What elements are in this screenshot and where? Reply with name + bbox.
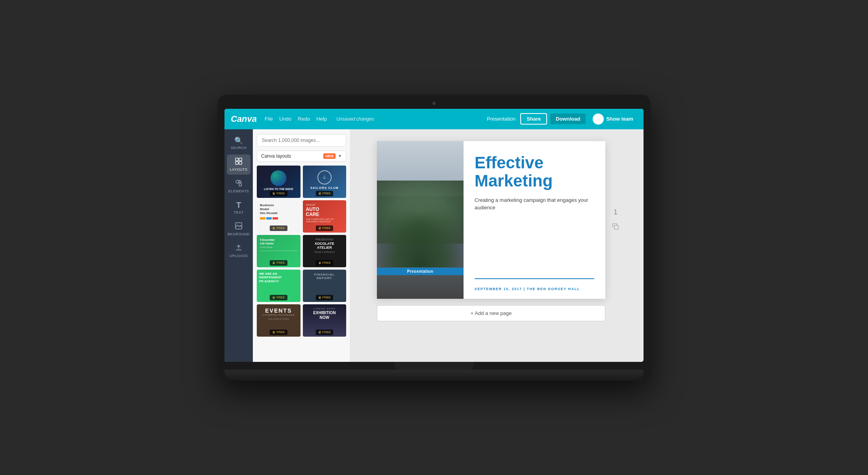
slide-content-top: Effective Marketing Creating a marketing… (475, 154, 594, 212)
presentation-label: Presentation (487, 116, 516, 122)
uploads-icon (235, 244, 242, 252)
nav-help[interactable]: Help (316, 116, 327, 122)
layout-filter-dropdown[interactable]: Canva layouts NEW ▼ (257, 151, 346, 162)
slide-footer-line (475, 278, 594, 279)
nav-menu: File Undo Redo Help Unsaved changes (265, 116, 374, 122)
slide-banner: Presentation (377, 268, 464, 275)
templates-grid: LISTEN TO THE WAVE ♛FREE ⚓ SAILORS CLUB (257, 166, 346, 337)
free-badge-1: ♛FREE (270, 191, 287, 196)
laptop-notch (395, 362, 473, 370)
free-badge-3: ♛FREE (270, 225, 287, 231)
sidebar-item-uploads[interactable]: UPLOADS (227, 241, 250, 261)
share-button[interactable]: Share (520, 113, 547, 125)
main-area: Presentation Effective Marketing Creatin… (351, 129, 644, 362)
layouts-icon (235, 158, 242, 166)
template-card-6[interactable]: PRESENTING XOCOLATEATELIER Artisan Confe… (303, 235, 347, 267)
free-badge-2: ♛FREE (316, 191, 333, 196)
free-badge-5: ♛FREE (270, 260, 287, 266)
sidebar-label-layouts: LAYOUTS (230, 168, 248, 171)
sidebar-item-search[interactable]: 🔍 SEARCH (227, 134, 250, 153)
nav-undo[interactable]: Undo (279, 116, 291, 122)
filter-label: Canva layouts (261, 153, 321, 159)
download-button[interactable]: Download (550, 114, 586, 124)
nav-redo[interactable]: Redo (298, 116, 310, 122)
svg-rect-6 (239, 184, 241, 186)
navbar-right: Presentation Share Download Show team (487, 112, 637, 127)
sidebar-label-uploads: UPLOADS (230, 254, 248, 258)
elements-icon (235, 179, 242, 188)
svg-rect-1 (239, 158, 242, 161)
nav-file[interactable]: File (265, 116, 273, 122)
slide[interactable]: Presentation Effective Marketing Creatin… (377, 141, 605, 299)
canva-logo: Canva (231, 114, 257, 124)
template-card-3[interactable]: BusinessModelthis Decade ♛FREE (257, 200, 300, 233)
unsaved-changes-label: Unsaved changes (336, 116, 374, 122)
template-card-9[interactable]: EVENTS CATERING PACKAGES SULLIVAN & SONS… (257, 304, 300, 337)
free-badge-8: ♛FREE (316, 295, 333, 300)
sidebar-item-elements[interactable]: ELEMENTS (227, 176, 250, 196)
filter-arrow-icon: ▼ (338, 154, 342, 158)
text-icon: T (236, 201, 241, 209)
slide-wrapper: Presentation Effective Marketing Creatin… (377, 141, 605, 299)
svg-rect-0 (236, 158, 238, 161)
sidebar-item-layouts[interactable]: LAYOUTS (227, 155, 250, 175)
template-card-10[interactable]: COMING SOON EXHIBITIONNOW ♛FREE (303, 304, 347, 337)
svg-rect-2 (236, 162, 238, 164)
free-badge-9: ♛FREE (270, 330, 287, 335)
slide-content: Effective Marketing Creating a marketing… (464, 141, 605, 299)
search-icon: 🔍 (234, 137, 243, 144)
new-badge: NEW (323, 153, 336, 159)
slide-number-panel: 1 (610, 208, 621, 232)
free-badge-6: ♛FREE (316, 260, 333, 266)
slide-subtitle: Creating a marketing campaign that engag… (475, 196, 594, 212)
template-card-7[interactable]: WE ARE ANINDEPENDENTPR AGENCY! ♛FREE (257, 270, 300, 302)
template-card-8[interactable]: FINANCIAL REPORT ♛FREE (303, 270, 347, 302)
duplicate-button[interactable] (610, 221, 621, 232)
free-badge-4: ♛FREE (316, 225, 333, 231)
free-badge-10: ♛FREE (316, 330, 333, 335)
sidebar-label-search: SEARCH (231, 146, 247, 150)
template-card-4[interactable]: HAAGE AUTOCARE THE COMPLETE LIST OF AVAI… (303, 200, 347, 233)
template-card-1[interactable]: LISTEN TO THE WAVE ♛FREE (257, 166, 300, 198)
slide-heading-line1: Effective (475, 154, 594, 172)
laptop-camera (432, 102, 436, 105)
laptop-base (224, 370, 644, 381)
navbar: Canva File Undo Redo Help Unsaved change… (224, 109, 644, 129)
sidebar: 🔍 SEARCH LAYOUTS (224, 129, 253, 362)
free-badge-7: ♛FREE (270, 295, 287, 300)
search-input[interactable] (257, 134, 346, 147)
avatar (593, 114, 604, 125)
template-card-5[interactable]: 5 EssentialLife Hacks of life things ♛FR… (257, 235, 300, 267)
slide-footer-area: SEPTEMBER 15, 2017 | THE BEN DORSEY HALL (475, 278, 594, 291)
slide-number: 1 (614, 208, 618, 216)
sidebar-item-text[interactable]: T TEXT (227, 198, 250, 218)
template-card-2[interactable]: ⚓ SAILORS CLUB ♛FREE (303, 166, 347, 198)
slide-heading-line2: Marketing (475, 172, 594, 190)
slide-heading: Effective Marketing (475, 154, 594, 190)
background-icon (235, 222, 242, 231)
laptop-screen: Canva File Undo Redo Help Unsaved change… (224, 109, 644, 362)
svg-rect-8 (614, 225, 618, 229)
slide-image: Presentation (377, 141, 464, 299)
app-body: 🔍 SEARCH LAYOUTS (224, 129, 644, 362)
sidebar-label-text: TEXT (234, 210, 243, 214)
mountain-background (377, 141, 464, 299)
left-panel: Canva layouts NEW ▼ LISTEN TO THE WAVE (253, 129, 351, 362)
sidebar-item-background[interactable]: BKGROUND (227, 219, 250, 239)
slide-footer-text: SEPTEMBER 15, 2017 | THE BEN DORSEY HALL (475, 287, 594, 291)
sidebar-label-elements: ELEMENTS (228, 189, 249, 193)
laptop-frame: Canva File Undo Redo Help Unsaved change… (217, 95, 651, 381)
svg-rect-3 (239, 162, 242, 164)
mountain-trees (377, 188, 464, 267)
banner-text: Presentation (407, 269, 434, 274)
add-page-button[interactable]: + Add a new page (377, 305, 605, 321)
show-team-button[interactable]: Show team (589, 112, 637, 127)
sidebar-label-background: BKGROUND (228, 232, 250, 236)
